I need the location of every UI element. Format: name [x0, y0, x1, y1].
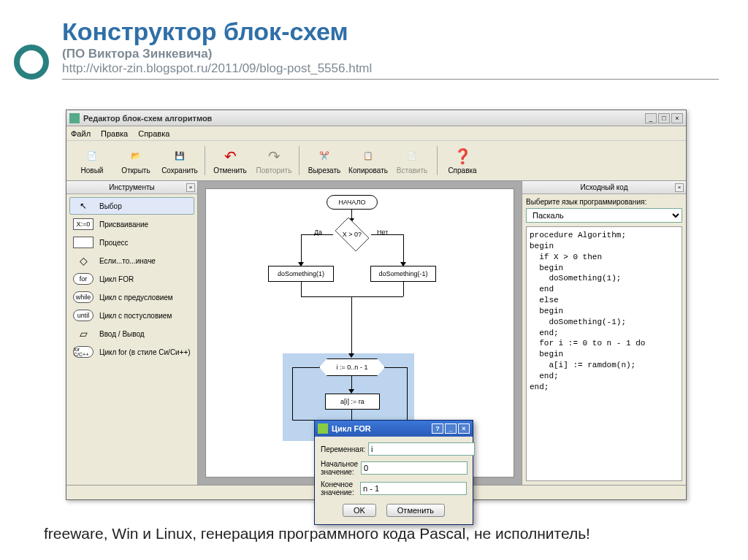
tool-io[interactable]: ▱ Ввод / Вывод	[69, 325, 194, 342]
toolbar-paste[interactable]: 📄 Вставить	[391, 142, 433, 179]
source-code-panel: Исходный код × Выберите язык программиро…	[522, 181, 686, 485]
window-title: Редактор блок-схем алгоритмов	[83, 114, 645, 123]
tool-for-c[interactable]: for C/C++ Цикл for (в стиле Си/Си++)	[69, 343, 194, 361]
help-icon: ❓	[454, 147, 471, 165]
dialog-close-button[interactable]: ×	[458, 423, 470, 434]
dialog-end-label: Конечное значение:	[321, 480, 357, 496]
maximize-button[interactable]: □	[658, 113, 670, 123]
flowchart-decision[interactable]: X > 0?	[332, 221, 373, 248]
open-folder-icon: 📂	[127, 147, 145, 165]
tool-repeat[interactable]: until Цикл с постусловием	[69, 307, 194, 324]
flowchart-process-no[interactable]: doSomething(-1)	[370, 266, 436, 282]
toolbar-cut[interactable]: ✂️ Вырезать	[303, 142, 346, 179]
toolbar-redo[interactable]: ↷ Повторить	[253, 142, 295, 179]
dialog-cancel-button[interactable]: Отменить	[386, 504, 445, 517]
tool-while[interactable]: while Цикл с предусловием	[69, 288, 194, 306]
toolbar-help[interactable]: ❓ Справка	[441, 142, 484, 179]
dialog-ok-button[interactable]: OK	[343, 504, 376, 517]
menu-help[interactable]: Справка	[138, 129, 169, 138]
paste-icon: 📄	[403, 147, 421, 165]
copy-icon: 📋	[359, 147, 377, 165]
until-loop-icon: until	[73, 310, 94, 321]
slide-subtitle: (ПО Виктора Зинкевича)	[62, 47, 719, 61]
app-icon	[69, 113, 80, 123]
menubar: Файл Правка Справка	[66, 126, 686, 141]
toolbar-new[interactable]: 📄 Новый	[71, 142, 113, 179]
tool-if-else[interactable]: ◇ Если...то...иначе	[69, 252, 194, 269]
dialog-start-label: Начальное значение:	[321, 460, 358, 476]
cut-icon: ✂️	[316, 147, 333, 165]
tool-assignment[interactable]: X:=0 Присваивание	[69, 215, 194, 233]
for-loop-dialog: Цикл FOR ? _ × Переменная: Начальное зна…	[314, 420, 473, 525]
dialog-var-label: Переменная:	[321, 445, 365, 453]
flowchart-start[interactable]: НАЧАЛО	[327, 195, 378, 210]
undo-icon: ↶	[221, 147, 239, 165]
source-code-view[interactable]: procedure Algorithm; begin if X > 0 then…	[526, 226, 682, 481]
save-icon: 💾	[171, 147, 188, 165]
slide-footer: freeware, Win и Linux, генерация програм…	[44, 525, 590, 542]
tool-process[interactable]: Процесс	[69, 234, 194, 251]
slide-divider	[62, 79, 719, 80]
toolbar-copy[interactable]: 📋 Копировать	[347, 142, 389, 179]
menu-file[interactable]: Файл	[71, 129, 91, 138]
dialog-titlebar[interactable]: Цикл FOR ? _ ×	[315, 421, 473, 437]
dialog-title: Цикл FOR	[332, 424, 371, 433]
slide-link: http://viktor-zin.blogspot.ru/2011/09/bl…	[62, 61, 719, 76]
slide-title: Конструктор блок-схем	[62, 18, 719, 45]
language-label: Выберите язык программирования:	[526, 198, 682, 206]
new-file-icon: 📄	[83, 147, 101, 165]
dialog-minimize-button[interactable]: _	[445, 423, 457, 434]
slide-bullet-icon	[13, 44, 50, 80]
toolbar: 📄 Новый 📂 Открыть 💾 Сохранить ↶ Отменить…	[66, 141, 686, 181]
process-icon	[73, 237, 94, 248]
for-c-icon: for C/C++	[73, 346, 94, 358]
while-loop-icon: while	[73, 291, 94, 303]
dialog-start-input[interactable]	[361, 461, 468, 475]
window-titlebar[interactable]: Редактор блок-схем алгоритмов _ □ ×	[66, 110, 686, 126]
dialog-icon	[318, 423, 328, 434]
redo-icon: ↷	[265, 147, 283, 165]
code-panel-close[interactable]: ×	[675, 183, 684, 192]
flowchart-loop-for[interactable]: i := 0..n - 1	[319, 358, 385, 376]
decision-icon: ◇	[73, 255, 94, 266]
tool-for[interactable]: for Цикл FOR	[69, 270, 194, 288]
svg-point-0	[17, 47, 46, 77]
tool-select[interactable]: ↖ Выбор	[69, 197, 194, 215]
close-button[interactable]: ×	[671, 113, 683, 123]
toolbar-undo[interactable]: ↶ Отменить	[209, 142, 251, 179]
menu-edit[interactable]: Правка	[101, 129, 128, 138]
toolbar-separator	[205, 146, 205, 175]
tools-panel-close[interactable]: ×	[186, 183, 195, 192]
toolbar-separator	[437, 146, 438, 175]
toolbar-save[interactable]: 💾 Сохранить	[159, 142, 201, 179]
for-loop-icon: for	[73, 273, 94, 285]
flowchart-loop-body[interactable]: a[i] := ra	[325, 394, 380, 410]
dialog-var-input[interactable]	[368, 442, 475, 456]
toolbar-separator	[299, 146, 299, 175]
cursor-icon: ↖	[73, 200, 94, 212]
tools-panel-header: Инструменты ×	[66, 181, 197, 194]
toolbar-open[interactable]: 📂 Открыть	[115, 142, 157, 179]
code-panel-header: Исходный код ×	[522, 181, 686, 194]
flowchart-process-yes[interactable]: doSomething(1)	[268, 266, 334, 282]
minimize-button[interactable]: _	[645, 113, 657, 123]
assignment-icon: X:=0	[73, 218, 94, 230]
dialog-end-input[interactable]	[360, 482, 467, 495]
dialog-help-button[interactable]: ?	[432, 423, 443, 434]
io-icon: ▱	[73, 328, 94, 340]
tools-panel: Инструменты × ↖ Выбор X:=0 Присваивание …	[66, 181, 198, 485]
language-select[interactable]: Паскаль	[526, 208, 682, 223]
